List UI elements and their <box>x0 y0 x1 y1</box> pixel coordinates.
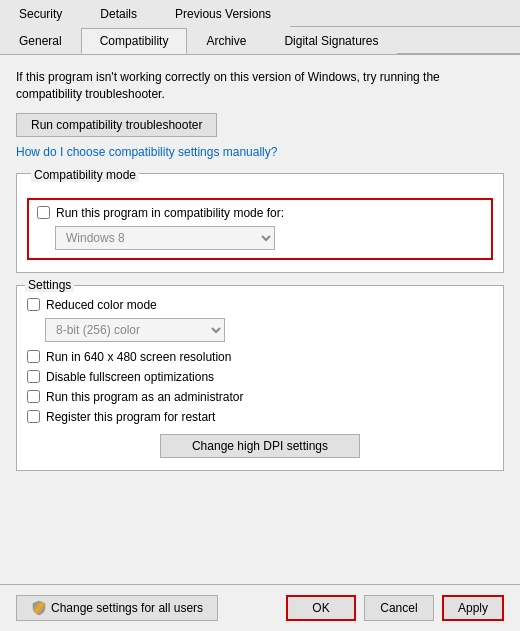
tab-general[interactable]: General <box>0 28 81 54</box>
register-restart-label: Register this program for restart <box>46 410 215 424</box>
tab-bar-bottom: General Compatibility Archive Digital Si… <box>0 27 520 55</box>
register-restart-row: Register this program for restart <box>27 410 493 424</box>
content-area: If this program isn't working correctly … <box>0 55 520 584</box>
compat-mode-label: Compatibility mode <box>31 168 139 182</box>
intro-text: If this program isn't working correctly … <box>16 69 504 103</box>
color-dropdown[interactable]: 8-bit (256) color <box>45 318 225 342</box>
compat-mode-checkbox-row: Run this program in compatibility mode f… <box>37 206 483 220</box>
bottom-left: Change settings for all users <box>16 595 218 621</box>
compat-mode-checkbox[interactable] <box>37 206 50 219</box>
disable-fullscreen-row: Disable fullscreen optimizations <box>27 370 493 384</box>
run-admin-label: Run this program as an administrator <box>46 390 243 404</box>
settings-label: Settings <box>25 278 74 292</box>
cancel-button[interactable]: Cancel <box>364 595 434 621</box>
register-restart-checkbox[interactable] <box>27 410 40 423</box>
disable-fullscreen-checkbox[interactable] <box>27 370 40 383</box>
shield-icon <box>31 600 47 616</box>
tab-digital-signatures[interactable]: Digital Signatures <box>265 28 397 54</box>
screen-res-label: Run in 640 x 480 screen resolution <box>46 350 231 364</box>
reduced-color-row: Reduced color mode <box>27 298 493 312</box>
compat-mode-box: Run this program in compatibility mode f… <box>27 198 493 260</box>
settings-box: Settings Reduced color mode 8-bit (256) … <box>16 285 504 471</box>
ok-button[interactable]: OK <box>286 595 356 621</box>
disable-fullscreen-label: Disable fullscreen optimizations <box>46 370 214 384</box>
reduced-color-label: Reduced color mode <box>46 298 157 312</box>
window: Security Details Previous Versions Gener… <box>0 0 520 631</box>
apply-button[interactable]: Apply <box>442 595 504 621</box>
compat-mode-checkbox-label: Run this program in compatibility mode f… <box>56 206 284 220</box>
run-troubleshooter-button[interactable]: Run compatibility troubleshooter <box>16 113 217 137</box>
tab-archive[interactable]: Archive <box>187 28 265 54</box>
run-admin-checkbox[interactable] <box>27 390 40 403</box>
how-to-link[interactable]: How do I choose compatibility settings m… <box>16 145 504 159</box>
screen-res-row: Run in 640 x 480 screen resolution <box>27 350 493 364</box>
screen-res-checkbox[interactable] <box>27 350 40 363</box>
change-dpi-button[interactable]: Change high DPI settings <box>160 434 360 458</box>
compat-mode-dropdown[interactable]: Windows 8 <box>55 226 275 250</box>
reduced-color-checkbox[interactable] <box>27 298 40 311</box>
change-settings-label: Change settings for all users <box>51 601 203 615</box>
run-admin-row: Run this program as an administrator <box>27 390 493 404</box>
bottom-bar: Change settings for all users OK Cancel … <box>0 585 520 631</box>
tab-compatibility[interactable]: Compatibility <box>81 28 188 54</box>
settings-content: Reduced color mode 8-bit (256) color Run… <box>27 298 493 458</box>
bottom-right: OK Cancel Apply <box>286 595 504 621</box>
tab-bar-top: Security Details Previous Versions <box>0 0 520 27</box>
tab-previous-versions[interactable]: Previous Versions <box>156 1 290 27</box>
tab-details[interactable]: Details <box>81 1 156 27</box>
tab-security[interactable]: Security <box>0 1 81 27</box>
change-settings-all-users-button[interactable]: Change settings for all users <box>16 595 218 621</box>
